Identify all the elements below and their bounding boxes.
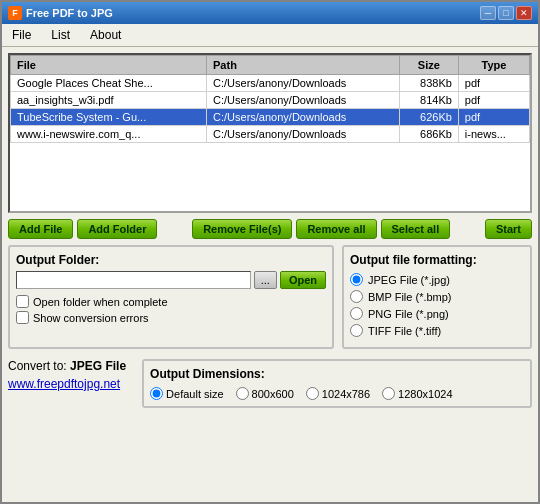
format-radio-row: JPEG File (*.jpg) xyxy=(350,273,524,286)
format-radio-label: TIFF File (*.tiff) xyxy=(368,325,441,337)
output-format-panel: Output file formatting: JPEG File (*.jpg… xyxy=(342,245,532,349)
dim-radio-label: Default size xyxy=(166,388,223,400)
title-controls: ─ □ ✕ xyxy=(480,6,532,20)
app-icon: F xyxy=(8,6,22,20)
cell-file: Google Places Cheat She... xyxy=(11,75,207,92)
show-errors-checkbox[interactable] xyxy=(16,311,29,324)
dim-radio-row: 800x600 xyxy=(236,387,294,400)
cell-type: pdf xyxy=(458,75,529,92)
cell-type: i-news... xyxy=(458,126,529,143)
select-all-button[interactable]: Select all xyxy=(381,219,451,239)
convert-to-type: JPEG File xyxy=(70,359,126,373)
table-row[interactable]: Google Places Cheat She... C:/Users/anon… xyxy=(11,75,530,92)
col-type: Type xyxy=(458,56,529,75)
website-link[interactable]: www.freepdftojpg.net xyxy=(8,377,126,391)
convert-section: Convert to: JPEG File www.freepdftojpg.n… xyxy=(8,355,532,412)
close-button[interactable]: ✕ xyxy=(516,6,532,20)
cell-type: pdf xyxy=(458,109,529,126)
open-when-complete-checkbox[interactable] xyxy=(16,295,29,308)
folder-input-row: ... Open xyxy=(16,271,326,289)
cell-type: pdf xyxy=(458,92,529,109)
dim-radio-row: 1280x1024 xyxy=(382,387,452,400)
dimensions-radios: Default size 800x600 1024x786 1280x1024 xyxy=(150,387,524,400)
menu-file[interactable]: File xyxy=(6,26,37,44)
format-radio-row: PNG File (*.png) xyxy=(350,307,524,320)
cell-size: 686Kb xyxy=(399,126,458,143)
col-file: File xyxy=(11,56,207,75)
format-radio-label: BMP File (*.bmp) xyxy=(368,291,452,303)
open-when-complete-row: Open folder when complete xyxy=(16,295,326,308)
dim-radio-label: 1024x786 xyxy=(322,388,370,400)
cell-size: 814Kb xyxy=(399,92,458,109)
format-radio-row: BMP File (*.bmp) xyxy=(350,290,524,303)
output-folder-label: Output Folder: xyxy=(16,253,326,267)
cell-path: C:/Users/anony/Downloads xyxy=(207,126,400,143)
window-title: Free PDF to JPG xyxy=(26,7,113,19)
dim-radio-label: 800x600 xyxy=(252,388,294,400)
file-table-body: Google Places Cheat She... C:/Users/anon… xyxy=(11,75,530,143)
table-row[interactable]: TubeScribe System - Gu... C:/Users/anony… xyxy=(11,109,530,126)
format-radio-row: TIFF File (*.tiff) xyxy=(350,324,524,337)
cell-path: C:/Users/anony/Downloads xyxy=(207,92,400,109)
show-errors-row: Show conversion errors xyxy=(16,311,326,324)
format-radio-label: JPEG File (*.jpg) xyxy=(368,274,450,286)
menu-bar: File List About xyxy=(2,24,538,47)
cell-file: TubeScribe System - Gu... xyxy=(11,109,207,126)
title-bar-left: F Free PDF to JPG xyxy=(8,6,113,20)
dim-radio-row: 1024x786 xyxy=(306,387,370,400)
table-row[interactable]: aa_insights_w3i.pdf C:/Users/anony/Downl… xyxy=(11,92,530,109)
cell-size: 626Kb xyxy=(399,109,458,126)
remove-all-button[interactable]: Remove all xyxy=(296,219,376,239)
format-radio-label: PNG File (*.png) xyxy=(368,308,449,320)
cell-file: aa_insights_w3i.pdf xyxy=(11,92,207,109)
format-radio-tiff[interactable] xyxy=(350,324,363,337)
format-radio-jpeg[interactable] xyxy=(350,273,363,286)
dim-radio-label: 1280x1024 xyxy=(398,388,452,400)
format-radio-png[interactable] xyxy=(350,307,363,320)
add-folder-button[interactable]: Add Folder xyxy=(77,219,157,239)
remove-files-button[interactable]: Remove File(s) xyxy=(192,219,292,239)
main-window: F Free PDF to JPG ─ □ ✕ File List About … xyxy=(0,0,540,504)
open-when-complete-label: Open folder when complete xyxy=(33,296,168,308)
format-radio-bmp[interactable] xyxy=(350,290,363,303)
convert-label-area: Convert to: JPEG File www.freepdftojpg.n… xyxy=(8,359,126,391)
dimensions-panel: Output Dimensions: Default size 800x600 … xyxy=(142,359,532,408)
cell-size: 838Kb xyxy=(399,75,458,92)
main-content: File Path Size Type Google Places Cheat … xyxy=(2,47,538,502)
cell-path: C:/Users/anony/Downloads xyxy=(207,109,400,126)
dim-radio-1024x786[interactable] xyxy=(306,387,319,400)
output-format-label: Output file formatting: xyxy=(350,253,524,267)
cell-file: www.i-newswire.com_q... xyxy=(11,126,207,143)
dim-radio-row: Default size xyxy=(150,387,223,400)
menu-list[interactable]: List xyxy=(45,26,76,44)
show-errors-label: Show conversion errors xyxy=(33,312,149,324)
minimize-button[interactable]: ─ xyxy=(480,6,496,20)
table-header-row: File Path Size Type xyxy=(11,56,530,75)
dim-radio-800x600[interactable] xyxy=(236,387,249,400)
convert-to-text: Convert to: JPEG File xyxy=(8,359,126,373)
button-bar: Add File Add Folder Remove File(s) Remov… xyxy=(8,219,532,239)
title-bar: F Free PDF to JPG ─ □ ✕ xyxy=(2,2,538,24)
table-row[interactable]: www.i-newswire.com_q... C:/Users/anony/D… xyxy=(11,126,530,143)
add-file-button[interactable]: Add File xyxy=(8,219,73,239)
folder-input[interactable] xyxy=(16,271,251,289)
col-size: Size xyxy=(399,56,458,75)
output-folder-panel: Output Folder: ... Open Open folder when… xyxy=(8,245,334,349)
open-button[interactable]: Open xyxy=(280,271,326,289)
convert-to-prefix: Convert to: xyxy=(8,359,67,373)
menu-about[interactable]: About xyxy=(84,26,127,44)
maximize-button[interactable]: □ xyxy=(498,6,514,20)
file-table: File Path Size Type Google Places Cheat … xyxy=(10,55,530,143)
bottom-section: Output Folder: ... Open Open folder when… xyxy=(8,245,532,349)
dim-radio-1280x1024[interactable] xyxy=(382,387,395,400)
file-table-container: File Path Size Type Google Places Cheat … xyxy=(8,53,532,213)
browse-button[interactable]: ... xyxy=(254,271,277,289)
format-radios: JPEG File (*.jpg) BMP File (*.bmp) PNG F… xyxy=(350,273,524,337)
cell-path: C:/Users/anony/Downloads xyxy=(207,75,400,92)
start-button[interactable]: Start xyxy=(485,219,532,239)
dimensions-label: Output Dimensions: xyxy=(150,367,524,381)
col-path: Path xyxy=(207,56,400,75)
dim-radio-default[interactable] xyxy=(150,387,163,400)
